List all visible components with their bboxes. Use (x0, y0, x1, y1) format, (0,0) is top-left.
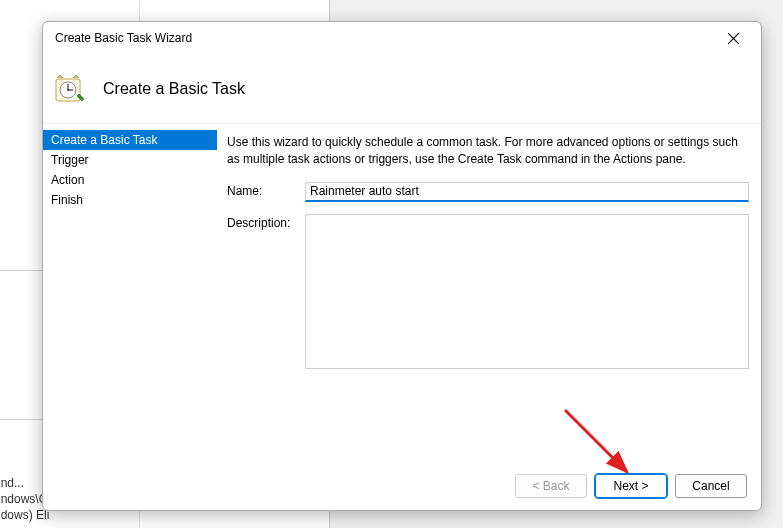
wizard-footer: < Back Next > Cancel (43, 462, 761, 510)
close-icon (728, 33, 739, 44)
sidebar-item-trigger[interactable]: Trigger (43, 150, 217, 170)
close-button[interactable] (713, 24, 753, 52)
sidebar-item-create-basic-task[interactable]: Create a Basic Task (43, 130, 217, 150)
description-label: Description: (227, 214, 305, 372)
name-input[interactable] (305, 182, 749, 202)
sidebar-item-action[interactable]: Action (43, 170, 217, 190)
sidebar-item-finish[interactable]: Finish (43, 190, 217, 210)
wizard-dialog: Create Basic Task Wizard Create a Basic … (42, 21, 762, 511)
titlebar: Create Basic Task Wizard (43, 22, 761, 54)
window-title: Create Basic Task Wizard (55, 31, 713, 45)
wizard-header: Create a Basic Task (43, 54, 761, 124)
page-title: Create a Basic Task (103, 80, 245, 98)
intro-text: Use this wizard to quickly schedule a co… (227, 134, 749, 168)
description-row: Description: (227, 214, 749, 372)
back-button: < Back (515, 474, 587, 498)
wizard-content: Use this wizard to quickly schedule a co… (217, 124, 761, 462)
task-clock-icon (53, 73, 85, 105)
cancel-button[interactable]: Cancel (675, 474, 747, 498)
svg-point-6 (67, 89, 69, 91)
name-row: Name: (227, 182, 749, 202)
next-button[interactable]: Next > (595, 474, 667, 498)
wizard-body: Create a Basic Task Trigger Action Finis… (43, 124, 761, 462)
description-input[interactable] (305, 214, 749, 369)
name-label: Name: (227, 182, 305, 202)
wizard-sidebar: Create a Basic Task Trigger Action Finis… (43, 124, 217, 462)
